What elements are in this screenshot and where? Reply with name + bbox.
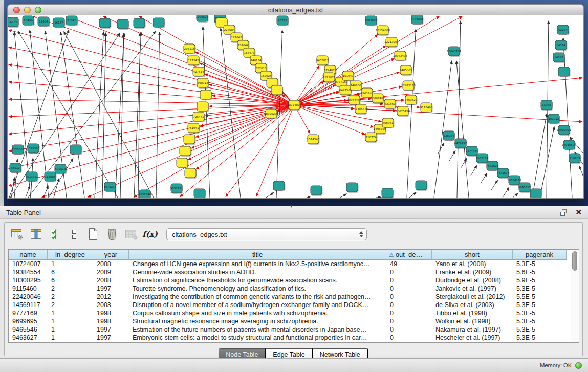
network-canvas[interactable]: 1615520499129041615731041100552815276095…: [7, 15, 584, 199]
scrollbar-thumb[interactable]: [572, 251, 577, 271]
svg-text:165473: 165473: [244, 51, 255, 54]
cell: Tibbo et al. (1998): [432, 309, 513, 317]
graph-node[interactable]: [346, 183, 358, 192]
column-header-pagerank[interactable]: pagerank: [513, 250, 567, 259]
svg-text:9115460: 9115460: [420, 106, 433, 109]
graph-node[interactable]: [184, 135, 195, 144]
select-rows-button[interactable]: [48, 227, 63, 242]
graph-node[interactable]: [271, 85, 282, 95]
graph-node[interactable]: [99, 18, 111, 28]
delete-table-icon: [124, 228, 138, 240]
function-builder-button[interactable]: f(x): [142, 227, 158, 242]
table-row[interactable]: 1872400712008Changes of HCN gene express…: [9, 260, 567, 268]
svg-text:1005528: 1005528: [196, 15, 209, 18]
table-options-button[interactable]: [10, 227, 25, 242]
cell: 5.3E-5: [513, 285, 567, 293]
svg-text:17016504: 17016504: [562, 143, 576, 146]
graph-node[interactable]: [311, 186, 322, 195]
table-row[interactable]: 977716911998Corpus callosum shape and si…: [9, 309, 567, 317]
cell: 1997: [93, 325, 129, 334]
svg-text:10025458: 10025458: [396, 110, 410, 113]
svg-text:127542: 127542: [188, 59, 199, 62]
close-panel-button[interactable]: ✕: [575, 209, 582, 216]
node-table: namein_degreeyeartitle△out_de…shortpager…: [8, 249, 579, 343]
table-row[interactable]: 946554611997Estimation of the future num…: [9, 325, 567, 334]
graph-node[interactable]: [185, 168, 196, 178]
svg-text:1624534: 1624534: [361, 91, 374, 94]
cell: 0: [386, 309, 432, 317]
graph-node[interactable]: [117, 19, 128, 29]
graph-node[interactable]: [273, 181, 285, 190]
graph-node[interactable]: [70, 145, 81, 154]
table-row[interactable]: 1830029562008Estimation of significance …: [9, 276, 567, 285]
graph-node[interactable]: [558, 67, 570, 76]
graph-node[interactable]: [382, 188, 393, 198]
graph-node[interactable]: [194, 189, 205, 198]
row-height-button[interactable]: [67, 227, 82, 242]
network-window: citations_edges.txt 16155204991290416157…: [7, 4, 584, 199]
svg-text:14514: 14514: [556, 43, 565, 47]
cell: Franke et al. (2009): [432, 268, 513, 276]
cell: 2008: [93, 260, 129, 268]
table-select-dropdown[interactable]: citations_edges.txt: [166, 228, 367, 240]
svg-text:85011: 85011: [11, 166, 20, 169]
cell: 5.3E-5: [513, 317, 567, 325]
cell: 1997: [93, 285, 129, 293]
tab-network-table[interactable]: Network Table: [313, 348, 368, 359]
row-height-icon: [70, 228, 78, 240]
graph-node[interactable]: [134, 18, 145, 28]
table-row[interactable]: 969969511998Structural magnetic resonanc…: [9, 317, 567, 325]
column-header-in_degree[interactable]: in_degree: [48, 250, 93, 259]
canvas-resize-grip-icon[interactable]: [8, 15, 15, 23]
column-header-out_de[interactable]: △out_de…: [386, 250, 432, 259]
graph-node[interactable]: [200, 90, 211, 99]
column-header-short[interactable]: short: [432, 250, 513, 259]
table-row[interactable]: 2242004622012Investigating the contribut…: [9, 293, 567, 301]
delete-column-button[interactable]: [104, 227, 120, 242]
svg-text:12975115: 12975115: [401, 84, 416, 87]
cell: 18300295: [9, 276, 48, 285]
column-header-title[interactable]: title: [129, 250, 386, 259]
cell: 9777169: [9, 309, 48, 317]
cell: 0: [386, 325, 432, 334]
graph-node[interactable]: [416, 181, 427, 190]
float-panel-button[interactable]: [560, 209, 568, 216]
svg-text:1121072: 1121072: [323, 76, 336, 79]
graph-node[interactable]: [180, 146, 191, 156]
delete-table-button[interactable]: [123, 227, 139, 242]
table-row[interactable]: 1938455462009Genome-wide association stu…: [9, 268, 567, 276]
svg-text:8183064: 8183064: [411, 18, 424, 21]
table-row[interactable]: 1456911722003Disruption of a novel membe…: [9, 301, 567, 309]
float-window-icon: [560, 209, 568, 216]
svg-text:9245652: 9245652: [518, 186, 531, 189]
citation-network-graph[interactable]: 1615520499129041615731041100552815276095…: [8, 15, 583, 198]
cell: de Silva et al. (2003): [432, 301, 513, 309]
graph-node[interactable]: [177, 158, 188, 167]
table-row[interactable]: 911546021997Tourette syndrome. Phenomeno…: [9, 285, 567, 293]
svg-text:806961: 806961: [383, 121, 394, 124]
create-column-button[interactable]: [85, 227, 101, 242]
svg-text:131644: 131644: [238, 43, 249, 47]
splitter-handle-icon[interactable]: ▾: [290, 204, 293, 209]
tab-node-table[interactable]: Node Table: [219, 348, 266, 359]
cell: 1: [48, 260, 93, 268]
column-header-name[interactable]: name: [9, 250, 48, 259]
svg-text:9857791: 9857791: [170, 187, 183, 190]
graph-node[interactable]: [530, 189, 541, 198]
show-columns-button[interactable]: [29, 227, 44, 242]
table-row[interactable]: 946362711997Embryonic stem cells: a mode…: [9, 334, 567, 342]
svg-text:10973493: 10973493: [393, 54, 407, 57]
graph-node[interactable]: [197, 102, 208, 111]
svg-text:92274: 92274: [558, 28, 568, 31]
function-icon: f(x): [142, 230, 158, 239]
combo-arrows-icon: [359, 231, 363, 237]
control-panel-edge[interactable]: [0, 0, 4, 206]
table-panel-titlebar[interactable]: ▾ Table Panel ✕: [0, 206, 588, 219]
vertical-scrollbar[interactable]: [571, 250, 579, 342]
graph-node[interactable]: [153, 18, 164, 27]
tab-edge-table[interactable]: Edge Table: [266, 348, 312, 359]
cell: 5.3E-5: [513, 260, 567, 268]
network-window-title: citations_edges.txt: [8, 5, 583, 15]
column-header-year[interactable]: year: [93, 250, 129, 259]
network-window-titlebar[interactable]: citations_edges.txt: [7, 4, 584, 15]
